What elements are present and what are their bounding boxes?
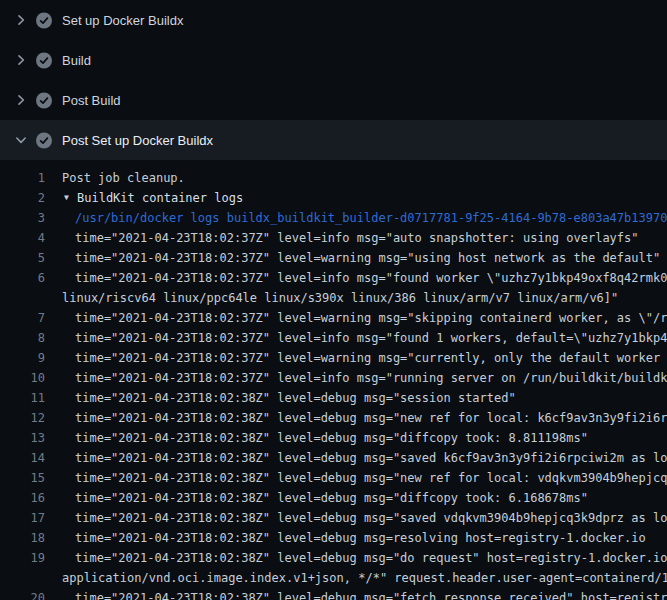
- log-line: 20 time="2021-04-23T18:02:38Z" level=deb…: [0, 588, 667, 600]
- log-line-text: /usr/bin/docker logs buildx_buildkit_bui…: [62, 208, 667, 228]
- log-line-text: application/vnd.oci.image.index.v1+json,…: [62, 568, 667, 588]
- step-row-post-build[interactable]: Post Build: [0, 80, 667, 120]
- log-line-number[interactable]: 18: [0, 528, 45, 548]
- log-line-text: time="2021-04-23T18:02:38Z" level=debug …: [62, 588, 667, 600]
- step-label: Post Build: [62, 93, 121, 108]
- log-line: 3 /usr/bin/docker logs buildx_buildkit_b…: [0, 208, 667, 228]
- log-line-text: linux/riscv64 linux/ppc64le linux/s390x …: [62, 288, 618, 308]
- log-line-number[interactable]: 11: [0, 388, 45, 408]
- log-line: 11 time="2021-04-23T18:02:38Z" level=deb…: [0, 388, 667, 408]
- log-line: 1 Post job cleanup.: [0, 168, 667, 188]
- step-label: Build: [62, 53, 91, 68]
- chevron-icon: [13, 92, 29, 108]
- log-line: application/vnd.oci.image.index.v1+json,…: [0, 568, 667, 588]
- log-line: 13 time="2021-04-23T18:02:38Z" level=deb…: [0, 428, 667, 448]
- group-toggle-icon[interactable]: ▼: [64, 188, 77, 208]
- log-line-number[interactable]: 20: [0, 588, 45, 600]
- check-circle-icon: [36, 12, 52, 28]
- log-line-number[interactable]: 14: [0, 448, 45, 468]
- log-line: 16 time="2021-04-23T18:02:38Z" level=deb…: [0, 488, 667, 508]
- log-line-number[interactable]: 16: [0, 488, 45, 508]
- log-line-text: Post job cleanup.: [62, 168, 185, 188]
- log-line-text: time="2021-04-23T18:02:38Z" level=debug …: [62, 488, 588, 508]
- log-line-number[interactable]: 2: [0, 188, 45, 208]
- log-line-number[interactable]: 17: [0, 508, 45, 528]
- log-line-number[interactable]: 10: [0, 368, 45, 388]
- log-line-number[interactable]: 6: [0, 268, 45, 288]
- log-line-text: time="2021-04-23T18:02:37Z" level=info m…: [62, 268, 667, 288]
- log-line: 4 time="2021-04-23T18:02:37Z" level=info…: [0, 228, 667, 248]
- log-line-text: time="2021-04-23T18:02:38Z" level=debug …: [62, 408, 667, 428]
- log-line-text: time="2021-04-23T18:02:37Z" level=warnin…: [62, 308, 667, 328]
- log-line-text: time="2021-04-23T18:02:38Z" level=debug …: [62, 428, 588, 448]
- log-line-text: time="2021-04-23T18:02:37Z" level=info m…: [62, 328, 667, 348]
- log-line-text: time="2021-04-23T18:02:37Z" level=warnin…: [62, 348, 667, 368]
- log-line-text: BuildKit container logs: [77, 188, 243, 208]
- log-line-text: time="2021-04-23T18:02:38Z" level=debug …: [62, 448, 667, 468]
- log-line-number[interactable]: 1: [0, 168, 45, 188]
- log-line: 7 time="2021-04-23T18:02:37Z" level=warn…: [0, 308, 667, 328]
- log-line-text: time="2021-04-23T18:02:38Z" level=debug …: [62, 528, 646, 548]
- log-line-number[interactable]: 15: [0, 468, 45, 488]
- log-line: 10 time="2021-04-23T18:02:37Z" level=inf…: [0, 368, 667, 388]
- log-line: 12 time="2021-04-23T18:02:38Z" level=deb…: [0, 408, 667, 428]
- log-line-text: time="2021-04-23T18:02:38Z" level=debug …: [62, 388, 516, 408]
- log-line-number[interactable]: [0, 568, 45, 588]
- log-line-number[interactable]: 13: [0, 428, 45, 448]
- log-line: 8 time="2021-04-23T18:02:37Z" level=info…: [0, 328, 667, 348]
- log-line-number[interactable]: 8: [0, 328, 45, 348]
- log-line: 2 ▼ BuildKit container logs: [0, 188, 667, 208]
- log-line-number[interactable]: 5: [0, 248, 45, 268]
- chevron-icon: [13, 12, 29, 28]
- step-row-post-set-up-docker-buildx[interactable]: Post Set up Docker Buildx: [0, 120, 667, 160]
- log-area: 1 Post job cleanup. 2 ▼ BuildKit contain…: [0, 160, 667, 600]
- log-line-number[interactable]: 7: [0, 308, 45, 328]
- check-circle-icon: [36, 132, 52, 148]
- log-line: linux/riscv64 linux/ppc64le linux/s390x …: [0, 288, 667, 308]
- log-line-number[interactable]: [0, 288, 45, 308]
- log-line: 6 time="2021-04-23T18:02:37Z" level=info…: [0, 268, 667, 288]
- log-line-number[interactable]: 3: [0, 208, 45, 228]
- log-line-text: time="2021-04-23T18:02:38Z" level=debug …: [62, 548, 667, 568]
- step-label: Post Set up Docker Buildx: [62, 133, 213, 148]
- check-circle-icon: [36, 92, 52, 108]
- log-line: 18 time="2021-04-23T18:02:38Z" level=deb…: [0, 528, 667, 548]
- log-line-text: time="2021-04-23T18:02:37Z" level=info m…: [62, 228, 639, 248]
- chevron-icon: [13, 52, 29, 68]
- steps-list: Set up Docker Buildx Build P: [0, 0, 667, 160]
- log-line-number[interactable]: 9: [0, 348, 45, 368]
- log-line-number[interactable]: 4: [0, 228, 45, 248]
- step-row-build[interactable]: Build: [0, 40, 667, 80]
- chevron-icon: [13, 132, 29, 148]
- log-line-number[interactable]: 19: [0, 548, 45, 568]
- log-line-text: time="2021-04-23T18:02:38Z" level=debug …: [62, 468, 667, 488]
- log-line-number[interactable]: 12: [0, 408, 45, 428]
- log-line-text: time="2021-04-23T18:02:37Z" level=warnin…: [62, 248, 660, 268]
- log-line-text: time="2021-04-23T18:02:38Z" level=debug …: [62, 508, 667, 528]
- check-circle-icon: [36, 52, 52, 68]
- step-row-set-up-docker-buildx[interactable]: Set up Docker Buildx: [0, 0, 667, 40]
- log-line: 5 time="2021-04-23T18:02:37Z" level=warn…: [0, 248, 667, 268]
- log-line: 9 time="2021-04-23T18:02:37Z" level=warn…: [0, 348, 667, 368]
- log-line: 14 time="2021-04-23T18:02:38Z" level=deb…: [0, 448, 667, 468]
- step-label: Set up Docker Buildx: [62, 13, 183, 28]
- log-line: 17 time="2021-04-23T18:02:38Z" level=deb…: [0, 508, 667, 528]
- log-line-text: time="2021-04-23T18:02:37Z" level=info m…: [62, 368, 667, 388]
- log-line: 15 time="2021-04-23T18:02:38Z" level=deb…: [0, 468, 667, 488]
- log-line: 19 time="2021-04-23T18:02:38Z" level=deb…: [0, 548, 667, 568]
